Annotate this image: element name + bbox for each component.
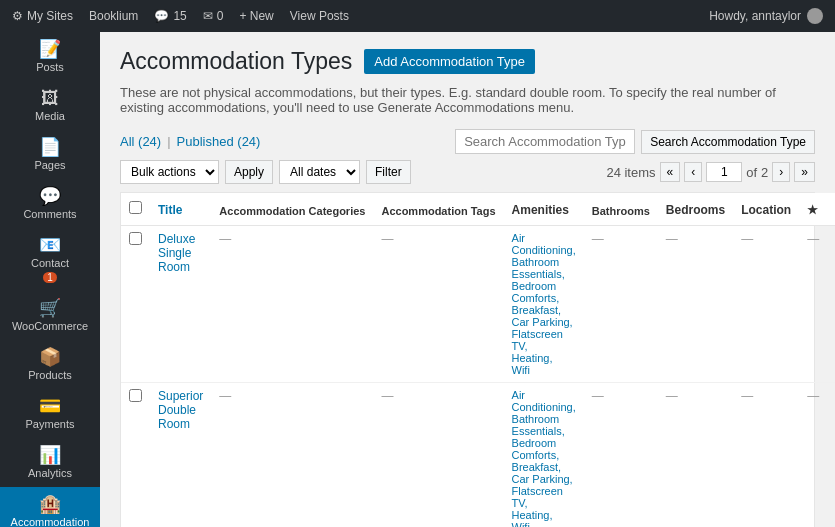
next-page-button[interactable]: › (772, 162, 790, 182)
row2-tags: — (381, 389, 393, 403)
row2-capacity-cell: Adults: 2 Children: 0 Size: 45m² (827, 383, 835, 528)
total-pages: 2 (761, 165, 768, 180)
user-info: Howdy, anntaylor (709, 8, 823, 24)
sidebar-item-payments[interactable]: 💳 Payments (0, 389, 100, 438)
sidebar-item-accommodation[interactable]: 🏨 Accommodation (0, 487, 100, 527)
woocommerce-icon: 🛒 (39, 299, 61, 317)
sidebar-item-analytics[interactable]: 📊 Analytics (0, 438, 100, 487)
of-label: of (746, 165, 757, 180)
sidebar-item-products[interactable]: 📦 Products (0, 340, 100, 389)
contact-badge: 1 (43, 272, 57, 283)
row2-location: — (741, 389, 753, 403)
published-count: 24 (242, 134, 256, 149)
accommodation-icon: 🏨 (39, 495, 61, 513)
wp-icon: ⚙ (12, 9, 23, 23)
prev-page-button[interactable]: ‹ (684, 162, 702, 182)
sidebar-label-comments: Comments (23, 208, 76, 220)
all-count: 24 (142, 134, 156, 149)
payments-icon: 💳 (39, 397, 61, 415)
row1-cats: — (219, 232, 231, 246)
row1-cats-cell: — (211, 226, 373, 383)
site-name-label: Booklium (89, 9, 138, 23)
avatar (807, 8, 823, 24)
row1-capacity-cell: Adults: 3 Children: 1 Size: 50m² (827, 226, 835, 383)
row1-tags-cell: — (373, 226, 503, 383)
items-count: 24 items (606, 165, 655, 180)
search-input[interactable] (455, 129, 635, 154)
sidebar-item-media[interactable]: 🖼 Media (0, 81, 100, 130)
search-button[interactable]: Search Accommodation Type (641, 130, 815, 154)
page-title: Accommodation Types (120, 48, 352, 75)
row2-location-cell: — (733, 383, 799, 528)
comment-count: 15 (173, 9, 186, 23)
my-sites-label: My Sites (27, 9, 73, 23)
top-bar: All (24) | Published (24) Search Accommo… (120, 129, 815, 154)
row1-checkbox[interactable] (129, 232, 142, 245)
th-capacity: Capacity (827, 193, 835, 226)
all-filter-link[interactable]: All (24) (120, 134, 161, 149)
new-link[interactable]: + New (239, 9, 273, 23)
th-location: Location (733, 193, 799, 226)
published-filter-link[interactable]: Published (24) (177, 134, 261, 149)
select-all-checkbox[interactable] (129, 201, 142, 214)
row1-title-link[interactable]: Deluxe Single Room (158, 232, 195, 274)
contact-icon: 📧 (39, 236, 61, 254)
pages-icon: 📄 (39, 138, 61, 156)
sidebar-label-contact: Contact (31, 257, 69, 269)
dates-select[interactable]: All dates (279, 160, 360, 184)
comments-icon: 💬 (39, 187, 61, 205)
message-count: 0 (217, 9, 224, 23)
th-amenities: Amenities (504, 193, 584, 226)
row1-bedrooms-cell: — (658, 226, 733, 383)
my-sites-link[interactable]: ⚙ My Sites (12, 9, 73, 23)
view-posts-label: View Posts (290, 9, 349, 23)
site-name-link[interactable]: Booklium (89, 9, 138, 23)
add-accommodation-type-button[interactable]: Add Accommodation Type (364, 49, 535, 74)
sidebar-item-woocommerce[interactable]: 🛒 WooCommerce (0, 291, 100, 340)
title-sort-link[interactable]: Title (158, 203, 182, 217)
row1-bathrooms: — (592, 232, 604, 246)
bulk-actions-select[interactable]: Bulk actions (120, 160, 219, 184)
row1-tags: — (381, 232, 393, 246)
view-posts-link[interactable]: View Posts (290, 9, 349, 23)
row2-title-link[interactable]: Superior Double Room (158, 389, 203, 431)
sidebar-item-contact[interactable]: 📧 Contact 1 (0, 228, 100, 291)
sidebar-item-pages[interactable]: 📄 Pages (0, 130, 100, 179)
new-label: + New (239, 9, 273, 23)
last-page-button[interactable]: » (794, 162, 815, 182)
th-checkbox (121, 193, 150, 226)
row2-bedrooms-cell: — (658, 383, 733, 528)
th-accommo-tags: Accommodation Tags (373, 193, 503, 226)
row1-amenities: Air Conditioning,Bathroom Essentials,Bed… (512, 232, 576, 376)
row2-cats: — (219, 389, 231, 403)
apply-button[interactable]: Apply (225, 160, 273, 184)
first-page-button[interactable]: « (660, 162, 681, 182)
th-accommo-cats: Accommodation Categories (211, 193, 373, 226)
page-title-row: Accommodation Types Add Accommodation Ty… (120, 48, 815, 75)
analytics-icon: 📊 (39, 446, 61, 464)
sidebar: 📝 Posts 🖼 Media 📄 Pages 💬 Comments 📧 Con… (0, 32, 100, 527)
row2-cats-cell: — (211, 383, 373, 528)
row1-bedrooms: — (666, 232, 678, 246)
sidebar-item-posts[interactable]: 📝 Posts (0, 32, 100, 81)
sidebar-label-accommodation: Accommodation (11, 516, 90, 527)
message-count-link[interactable]: ✉ 0 (203, 9, 224, 23)
sidebar-label-posts: Posts (36, 61, 64, 73)
row2-title-cell: Superior Double Room (150, 383, 211, 528)
row2-bathrooms-cell: — (584, 383, 658, 528)
row1-location-cell: — (733, 226, 799, 383)
posts-icon: 📝 (39, 40, 61, 58)
sidebar-label-media: Media (35, 110, 65, 122)
search-area: Search Accommodation Type (455, 129, 815, 154)
row1-bathrooms-cell: — (584, 226, 658, 383)
sidebar-item-comments[interactable]: 💬 Comments (0, 179, 100, 228)
row1-checkbox-cell (121, 226, 150, 383)
media-icon: 🖼 (41, 89, 59, 107)
row2-amenities-cell: Air Conditioning,Bathroom Essentials,Bed… (504, 383, 584, 528)
row2-checkbox[interactable] (129, 389, 142, 402)
comment-count-link[interactable]: 💬 15 (154, 9, 186, 23)
filter-button[interactable]: Filter (366, 160, 411, 184)
page-input[interactable]: 1 (706, 162, 742, 182)
row1-featured-cell: — (799, 226, 827, 383)
row1-location: — (741, 232, 753, 246)
